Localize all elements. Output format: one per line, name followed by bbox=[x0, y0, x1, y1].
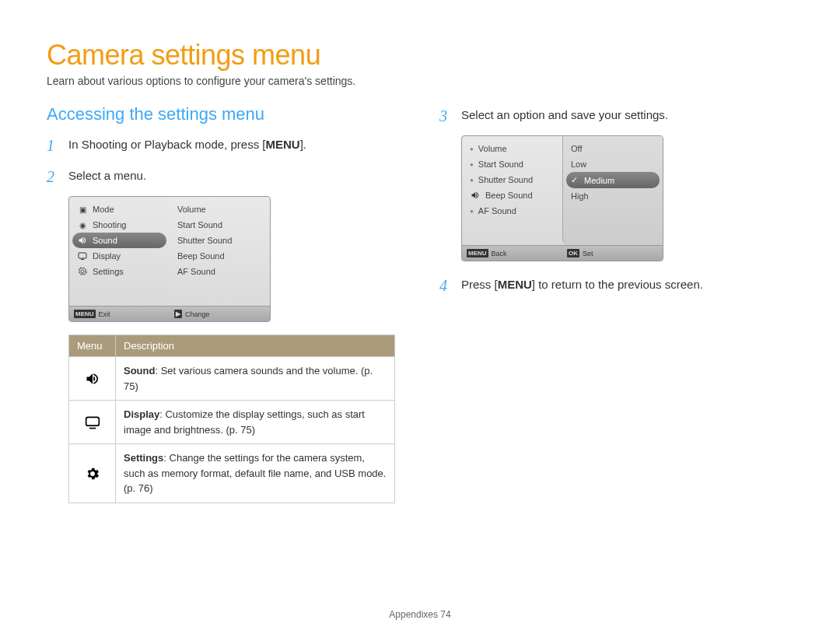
cam-subitem: Shutter Sound bbox=[173, 233, 267, 248]
desc-cell: Sound: Set various camera sounds and the… bbox=[116, 357, 395, 401]
step-text: Select a menu. bbox=[68, 165, 401, 188]
th-menu: Menu bbox=[69, 335, 116, 357]
step-2: 2 Select a menu. bbox=[47, 165, 401, 188]
step-text-pre: Press [ bbox=[461, 278, 498, 291]
step-text: In Shooting or Playback mode, press [MEN… bbox=[68, 134, 401, 157]
step-text-post: ] to return to the previous screen. bbox=[532, 278, 703, 291]
desc-cell: Display: Customize the display settings,… bbox=[116, 401, 395, 444]
step-text: Press [MENU] to return to the previous s… bbox=[461, 274, 793, 297]
cam-item-label: Start Sound bbox=[478, 159, 523, 169]
page-title: Camera settings menu bbox=[47, 39, 793, 72]
cam-item-label: Shooting bbox=[93, 220, 126, 229]
sound-icon bbox=[69, 357, 116, 401]
page-subtitle: Learn about various options to configure… bbox=[47, 75, 793, 87]
sound-icon bbox=[470, 191, 481, 200]
step-number: 1 bbox=[47, 134, 61, 157]
footer-btn-ok: OK bbox=[567, 249, 579, 257]
cam-footer: MENUExit ▶Change bbox=[69, 306, 270, 321]
table-row: Settings: Change the settings for the ca… bbox=[69, 444, 395, 503]
camera-screen-menu: ▣Mode ◉Shooting Sound Display Settings V… bbox=[68, 196, 271, 322]
step-1: 1 In Shooting or Playback mode, press [M… bbox=[47, 134, 401, 157]
cam-subitem: AF Sound bbox=[173, 264, 267, 279]
cam-item-label: AF Sound bbox=[177, 267, 215, 276]
step-number: 3 bbox=[439, 104, 453, 128]
cam-item-display: Display bbox=[72, 248, 166, 264]
menu-key: MENU bbox=[498, 278, 532, 291]
footer-btn-menu: MENU bbox=[74, 310, 96, 318]
cam-item-label: Beep Sound bbox=[485, 191, 533, 200]
right-column: 3 Select an option and save your setting… bbox=[439, 104, 793, 503]
sound-icon bbox=[77, 236, 88, 245]
gear-icon bbox=[77, 267, 88, 276]
step-text-post: ]. bbox=[300, 138, 306, 151]
page-footer: Appendixes 74 bbox=[0, 609, 840, 620]
cam-item-label: Low bbox=[571, 159, 586, 169]
cam-item-shooting: ◉Shooting bbox=[72, 217, 166, 233]
option-off: Off bbox=[566, 141, 660, 156]
bullet-icon: ● bbox=[470, 177, 474, 184]
cam-right-panel: Off Low Medium High bbox=[562, 136, 663, 245]
bullet-icon: ● bbox=[470, 145, 474, 152]
row-body: : Change the settings for the camera sys… bbox=[124, 452, 386, 494]
row-body: : Customize the display settings, such a… bbox=[124, 408, 365, 436]
display-icon bbox=[69, 401, 116, 444]
cam-item-mode: ▣Mode bbox=[72, 201, 166, 217]
cam-item-label: Start Sound bbox=[177, 220, 222, 229]
cam-left-panel: ▣Mode ◉Shooting Sound Display Settings bbox=[69, 197, 170, 306]
cam-item: ●AF Sound bbox=[465, 203, 559, 219]
th-description: Description bbox=[116, 335, 395, 357]
camera-icon: ◉ bbox=[77, 220, 88, 229]
svg-rect-1 bbox=[81, 259, 84, 260]
cam-item-label: Settings bbox=[93, 267, 124, 276]
table-row: Display: Customize the display settings,… bbox=[69, 401, 395, 444]
display-icon bbox=[77, 251, 88, 261]
menu-description-table: Menu Description Sound: Set various came… bbox=[68, 335, 395, 503]
cam-item-label: Beep Sound bbox=[177, 251, 225, 261]
bullet-icon: ● bbox=[470, 161, 474, 168]
footer-btn-menu: MENU bbox=[467, 249, 488, 257]
footer-btn-play: ▶ bbox=[174, 310, 182, 318]
step-3: 3 Select an option and save your setting… bbox=[439, 104, 793, 128]
section-heading: Accessing the settings menu bbox=[47, 104, 401, 124]
svg-rect-2 bbox=[86, 418, 99, 426]
cam-item-label: Volume bbox=[177, 205, 206, 214]
table-row: Sound: Set various camera sounds and the… bbox=[69, 357, 395, 401]
cam-footer: MENUBack OKSet bbox=[462, 245, 663, 261]
row-title: Settings bbox=[124, 452, 163, 464]
cam-item: ●Shutter Sound bbox=[465, 172, 559, 187]
menu-key: MENU bbox=[265, 138, 299, 151]
mode-icon: ▣ bbox=[77, 205, 88, 214]
cam-item-label: AF Sound bbox=[478, 206, 516, 215]
cam-item: Beep Sound bbox=[465, 187, 559, 203]
cam-item-label: Shutter Sound bbox=[177, 236, 232, 245]
footer-label: Exit bbox=[99, 310, 110, 318]
cam-item-label: Volume bbox=[478, 144, 507, 153]
row-title: Sound bbox=[124, 365, 155, 377]
cam-item: ●Volume bbox=[465, 141, 559, 156]
cam-item-settings: Settings bbox=[72, 264, 166, 279]
cam-subitem: Volume bbox=[173, 201, 267, 217]
footer-page-number: 74 bbox=[440, 609, 450, 620]
gear-icon bbox=[69, 444, 116, 503]
cam-left-panel: ●Volume ●Start Sound ●Shutter Sound Beep… bbox=[462, 136, 562, 245]
row-body: : Set various camera sounds and the volu… bbox=[124, 365, 373, 392]
cam-subitem: Start Sound bbox=[173, 217, 267, 233]
cam-right-panel: Volume Start Sound Shutter Sound Beep So… bbox=[170, 197, 270, 306]
desc-cell: Settings: Change the settings for the ca… bbox=[116, 444, 395, 503]
row-title: Display bbox=[124, 408, 159, 420]
step-text-pre: In Shooting or Playback mode, press [ bbox=[68, 138, 265, 151]
left-column: Accessing the settings menu 1 In Shootin… bbox=[47, 104, 401, 503]
camera-screen-options: ●Volume ●Start Sound ●Shutter Sound Beep… bbox=[461, 135, 663, 261]
footer-label: Set bbox=[583, 250, 593, 257]
option-low: Low bbox=[566, 156, 660, 172]
step-4: 4 Press [MENU] to return to the previous… bbox=[439, 274, 793, 297]
cam-item-label: Medium bbox=[584, 176, 614, 185]
footer-section: Appendixes bbox=[389, 609, 438, 620]
cam-item-sound-selected: Sound bbox=[72, 233, 166, 248]
bullet-icon: ● bbox=[470, 208, 474, 215]
cam-item-label: Off bbox=[571, 144, 582, 153]
step-text: Select an option and save your settings. bbox=[461, 104, 793, 128]
option-medium-selected: Medium bbox=[566, 172, 660, 188]
footer-label: Change bbox=[185, 310, 210, 318]
cam-item-label: Mode bbox=[93, 205, 114, 214]
